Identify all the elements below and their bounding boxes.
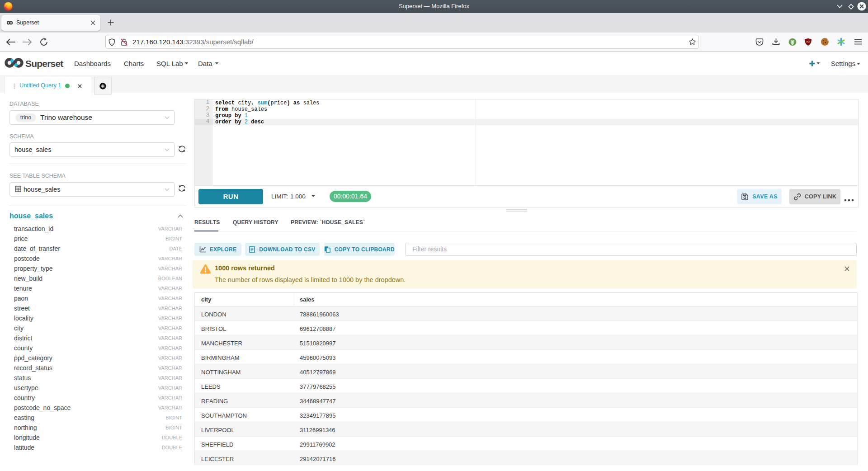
svg-text:uO: uO <box>807 40 810 43</box>
